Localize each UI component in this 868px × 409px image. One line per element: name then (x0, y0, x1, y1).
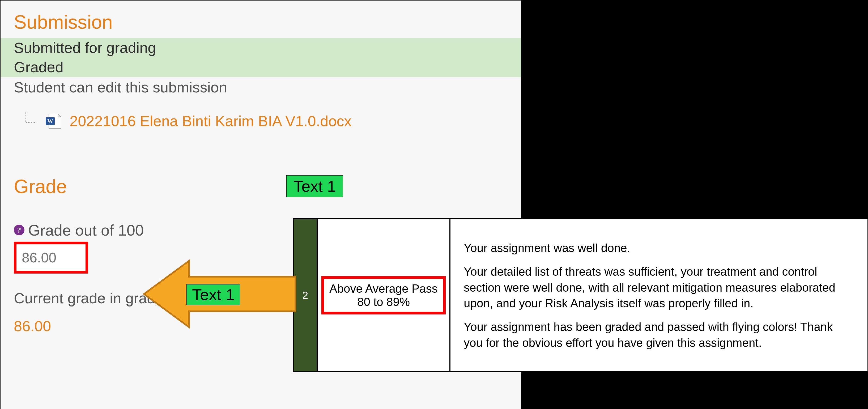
feedback-paragraph-2: Your detailed list of threats was suffic… (464, 264, 854, 311)
grade-heading: Grade (14, 176, 508, 197)
submission-status-block: Submitted for grading Graded (1, 38, 521, 77)
grade-out-of-label: Grade out of 100 (28, 221, 144, 239)
rubric-band-highlight: Above Average Pass 80 to 89% (321, 276, 446, 314)
svg-text:W: W (47, 118, 53, 124)
annotation-label-top: Text 1 (286, 175, 343, 197)
grade-input[interactable] (17, 244, 86, 271)
submission-file-link[interactable]: 20221016 Elena Binti Karim BIA V1.0.docx (70, 112, 352, 130)
submission-file-row: W 20221016 Elena Binti Karim BIA V1.0.do… (14, 112, 508, 130)
annotation-label-arrow: Text 1 (186, 284, 240, 305)
feedback-paragraph-3: Your assignment has been graded and pass… (464, 319, 854, 351)
rubric-row-number: 2 (294, 219, 318, 371)
rubric-band-title: Above Average Pass (329, 282, 438, 295)
grade-input-highlight (14, 242, 88, 274)
rubric-band-range: 80 to 89% (329, 295, 438, 309)
feedback-rubric-table: 2 Above Average Pass 80 to 89% Your assi… (293, 218, 868, 372)
edit-permission-note: Student can edit this submission (14, 78, 508, 96)
rubric-band-cell: Above Average Pass 80 to 89% (318, 219, 451, 371)
right-background (521, 1, 868, 218)
status-graded: Graded (14, 58, 508, 77)
help-icon[interactable]: ? (14, 225, 25, 235)
feedback-paragraph-1: Your assignment was well done. (464, 240, 854, 256)
status-submitted: Submitted for grading (14, 38, 508, 58)
rubric-feedback-text: Your assignment was well done. Your deta… (451, 219, 867, 371)
app-frame: Submission Submitted for grading Graded … (0, 0, 868, 409)
tree-branch-icon (25, 112, 38, 130)
submission-heading: Submission (14, 11, 508, 33)
word-document-icon: W (46, 114, 62, 129)
